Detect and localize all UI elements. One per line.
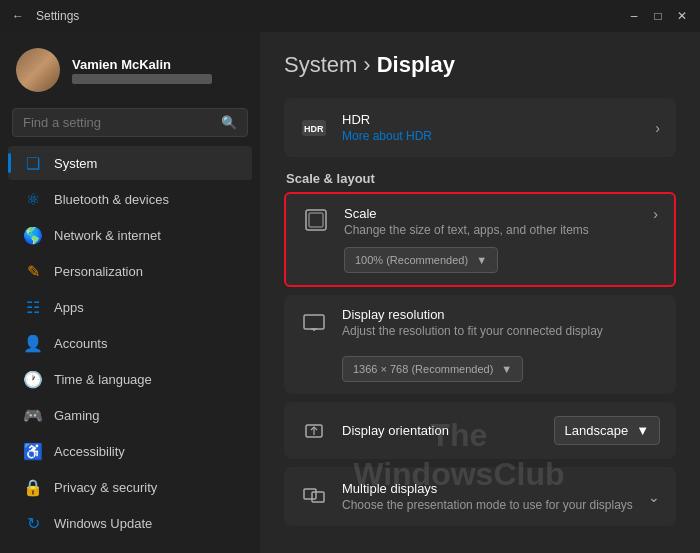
sidebar-item-accessibility[interactable]: ♿ Accessibility (8, 434, 252, 468)
user-info: Vamien McKalin (72, 57, 212, 84)
sidebar-item-label-system: System (54, 156, 97, 171)
svg-text:HDR: HDR (304, 124, 324, 134)
orientation-label: Display orientation (342, 423, 540, 438)
resolution-card: Display resolution Adjust the resolution… (284, 295, 676, 394)
sidebar-item-label-accounts: Accounts (54, 336, 107, 351)
sidebar-item-label-update: Windows Update (54, 516, 152, 531)
personalization-icon: ✎ (24, 262, 42, 280)
orientation-icon (300, 417, 328, 445)
orientation-value: Landscape (565, 423, 629, 438)
sidebar-item-label-privacy: Privacy & security (54, 480, 157, 495)
close-button[interactable]: ✕ (672, 6, 692, 26)
avatar-image (16, 48, 60, 92)
scale-dropdown-row: 100% (Recommended) ▼ (302, 247, 658, 273)
resolution-controls: 1366 × 768 (Recommended) ▼ (284, 350, 676, 394)
resolution-subtitle: Adjust the resolution to fit your connec… (342, 324, 660, 338)
scale-layout-header: Scale & layout (284, 171, 676, 186)
hdr-title: HDR (342, 112, 641, 127)
breadcrumb-separator: › (363, 52, 370, 78)
multiple-displays-chevron-icon: ⌄ (648, 489, 660, 505)
system-icon: ❏ (24, 154, 42, 172)
sidebar-item-gaming[interactable]: 🎮 Gaming (8, 398, 252, 432)
scale-card: Scale Change the size of text, apps, and… (284, 192, 676, 287)
resolution-dropdown-value: 1366 × 768 (Recommended) (353, 363, 493, 375)
user-name: Vamien McKalin (72, 57, 212, 72)
sidebar-item-accounts[interactable]: 👤 Accounts (8, 326, 252, 360)
scale-dropdown-arrow-icon: ▼ (476, 254, 487, 266)
sidebar: Vamien McKalin 🔍 ❏ System ⚛ Bluetooth & … (0, 32, 260, 553)
maximize-button[interactable]: □ (648, 6, 668, 26)
scale-chevron-icon: › (653, 206, 658, 222)
update-icon: ↻ (24, 514, 42, 532)
search-box[interactable]: 🔍 (12, 108, 248, 137)
privacy-icon: 🔒 (24, 478, 42, 496)
sidebar-item-label-gaming: Gaming (54, 408, 100, 423)
scale-title: Scale (344, 206, 639, 221)
sidebar-item-network[interactable]: 🌎 Network & internet (8, 218, 252, 252)
titlebar: ← Settings – □ ✕ (0, 0, 700, 32)
search-icon: 🔍 (221, 115, 237, 130)
hdr-icon: HDR (300, 114, 328, 142)
gaming-icon: 🎮 (24, 406, 42, 424)
multiple-displays-icon (300, 483, 328, 511)
sidebar-item-label-network: Network & internet (54, 228, 161, 243)
sidebar-item-apps[interactable]: ☷ Apps (8, 290, 252, 324)
sidebar-item-label-personalization: Personalization (54, 264, 143, 279)
apps-icon: ☷ (24, 298, 42, 316)
scale-dropdown[interactable]: 100% (Recommended) ▼ (344, 247, 498, 273)
time-icon: 🕐 (24, 370, 42, 388)
avatar (16, 48, 60, 92)
sidebar-item-label-bluetooth: Bluetooth & devices (54, 192, 169, 207)
back-button[interactable]: ← (8, 6, 28, 26)
hdr-content: HDR More about HDR (342, 112, 641, 143)
scale-row[interactable]: Scale Change the size of text, apps, and… (286, 194, 674, 285)
svg-rect-9 (304, 489, 316, 499)
multiple-displays-title: Multiple displays (342, 481, 634, 496)
sidebar-item-personalization[interactable]: ✎ Personalization (8, 254, 252, 288)
scale-dropdown-value: 100% (Recommended) (355, 254, 468, 266)
user-profile[interactable]: Vamien McKalin (0, 40, 260, 104)
accounts-icon: 👤 (24, 334, 42, 352)
titlebar-left: ← Settings (8, 6, 79, 26)
orientation-dropdown-arrow-icon: ▼ (636, 423, 649, 438)
orientation-row[interactable]: Display orientation Landscape ▼ (284, 402, 676, 459)
hdr-row[interactable]: HDR HDR More about HDR › (284, 98, 676, 157)
bluetooth-icon: ⚛ (24, 190, 42, 208)
network-icon: 🌎 (24, 226, 42, 244)
resolution-content: Display resolution Adjust the resolution… (342, 307, 660, 338)
main-layout: Vamien McKalin 🔍 ❏ System ⚛ Bluetooth & … (0, 32, 700, 553)
resolution-dropdown[interactable]: 1366 × 768 (Recommended) ▼ (342, 356, 523, 382)
orientation-dropdown[interactable]: Landscape ▼ (554, 416, 661, 445)
titlebar-title: Settings (36, 9, 79, 23)
scale-subtitle: Change the size of text, apps, and other… (344, 223, 639, 237)
sidebar-item-update[interactable]: ↻ Windows Update (8, 506, 252, 540)
resolution-title: Display resolution (342, 307, 660, 322)
titlebar-controls: – □ ✕ (624, 6, 692, 26)
breadcrumb-parent: System (284, 52, 357, 78)
accessibility-icon: ♿ (24, 442, 42, 460)
sidebar-item-privacy[interactable]: 🔒 Privacy & security (8, 470, 252, 504)
resolution-row[interactable]: Display resolution Adjust the resolution… (284, 295, 676, 350)
search-input[interactable] (23, 115, 213, 130)
sidebar-item-time[interactable]: 🕐 Time & language (8, 362, 252, 396)
hdr-subtitle: More about HDR (342, 129, 641, 143)
sidebar-item-bluetooth[interactable]: ⚛ Bluetooth & devices (8, 182, 252, 216)
multiple-displays-row[interactable]: Multiple displays Choose the presentatio… (284, 467, 676, 526)
hdr-card: HDR HDR More about HDR › (284, 98, 676, 157)
resolution-icon (300, 309, 328, 337)
multiple-displays-content: Multiple displays Choose the presentatio… (342, 481, 634, 512)
sidebar-item-label-time: Time & language (54, 372, 152, 387)
page-title: Display (377, 52, 455, 78)
scale-icon (302, 206, 330, 234)
content-area: System › Display HDR HDR More about HDR … (260, 32, 700, 553)
user-detail (72, 74, 212, 84)
multiple-displays-subtitle: Choose the presentation mode to use for … (342, 498, 634, 512)
scale-row-top: Scale Change the size of text, apps, and… (302, 206, 658, 237)
svg-rect-10 (312, 492, 324, 502)
minimize-button[interactable]: – (624, 6, 644, 26)
svg-rect-4 (304, 315, 324, 329)
resolution-dropdown-arrow-icon: ▼ (501, 363, 512, 375)
svg-rect-3 (309, 213, 323, 227)
sidebar-item-system[interactable]: ❏ System (8, 146, 252, 180)
hdr-chevron-icon: › (655, 120, 660, 136)
